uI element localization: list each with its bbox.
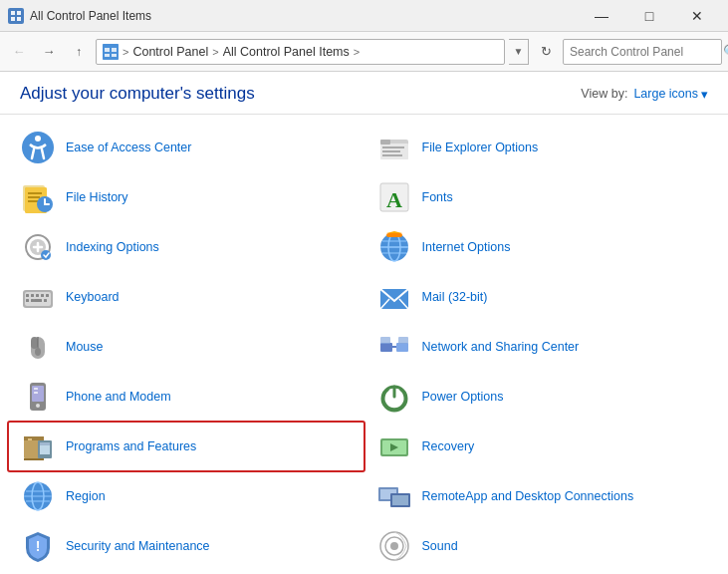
svg-rect-4: [17, 17, 21, 21]
back-button[interactable]: ←: [6, 39, 32, 65]
region-icon: [20, 478, 56, 514]
item-phone-modem[interactable]: Phone and Modem: [8, 372, 364, 422]
content-header: Adjust your computer's settings View by:…: [0, 72, 728, 115]
address-path[interactable]: > Control Panel > All Control Panel Item…: [96, 39, 505, 65]
path-control-panel[interactable]: Control Panel: [132, 45, 208, 59]
item-indexing[interactable]: Indexing Options: [8, 222, 364, 272]
svg-rect-9: [112, 54, 117, 57]
svg-point-11: [35, 136, 41, 142]
item-power[interactable]: Power Options: [364, 372, 721, 422]
network-label: Network and Sharing Center: [422, 340, 580, 354]
path-chevron-2: >: [212, 46, 218, 58]
item-remoteapp[interactable]: RemoteApp and Desktop Connections: [364, 471, 721, 521]
svg-rect-55: [396, 343, 408, 352]
mouse-icon: [20, 329, 56, 365]
svg-rect-15: [382, 150, 400, 152]
item-network[interactable]: Network and Sharing Center: [364, 322, 721, 372]
svg-rect-8: [105, 54, 110, 57]
indexing-label: Indexing Options: [66, 240, 159, 254]
item-security[interactable]: ! Security and Maintenance: [8, 521, 364, 571]
svg-rect-83: [392, 495, 408, 505]
search-box[interactable]: 🔍: [563, 39, 722, 65]
svg-rect-63: [34, 392, 38, 394]
item-mouse[interactable]: Mouse: [8, 322, 364, 372]
phone-modem-label: Phone and Modem: [66, 390, 171, 404]
svg-rect-14: [382, 146, 404, 148]
svg-rect-71: [40, 442, 50, 445]
svg-point-87: [390, 542, 398, 550]
item-fonts[interactable]: A Fonts: [364, 172, 721, 222]
power-label: Power Options: [422, 390, 504, 404]
view-by-dropdown[interactable]: Large icons ▾: [633, 87, 708, 102]
sound-label: Sound: [422, 539, 458, 553]
security-icon: !: [20, 528, 56, 564]
mail-label: Mail (32-bit): [422, 290, 488, 304]
close-button[interactable]: ✕: [674, 1, 720, 31]
search-input[interactable]: [570, 45, 719, 59]
svg-point-61: [36, 404, 40, 408]
svg-rect-45: [34, 299, 42, 302]
ease-of-access-icon: [20, 130, 56, 165]
item-ease-of-access[interactable]: Ease of Access Center: [8, 123, 364, 172]
item-recovery[interactable]: Recovery: [364, 422, 721, 471]
internet-options-label: Internet Options: [422, 240, 511, 254]
ease-of-access-label: Ease of Access Center: [66, 141, 191, 154]
item-region[interactable]: Region: [8, 471, 364, 521]
svg-rect-2: [17, 11, 21, 15]
svg-rect-40: [36, 294, 39, 297]
address-bar: ← → ↑ > Control Panel > All Control Pane…: [0, 32, 728, 72]
svg-rect-43: [26, 299, 29, 302]
svg-rect-41: [41, 294, 44, 297]
item-sound[interactable]: Sound: [364, 521, 721, 571]
app-icon: [8, 8, 24, 24]
recovery-icon: [376, 429, 412, 464]
phone-modem-icon: [20, 379, 56, 415]
svg-text:A: A: [386, 187, 402, 212]
svg-rect-67: [28, 438, 32, 440]
svg-rect-68: [24, 458, 44, 460]
refresh-button[interactable]: ↻: [533, 39, 559, 65]
fonts-icon: A: [376, 179, 412, 215]
items-grid: Ease of Access Center File Explorer Opti…: [8, 123, 720, 571]
item-programs[interactable]: Programs and Features: [8, 422, 364, 471]
up-button[interactable]: ↑: [66, 39, 92, 65]
path-all-items[interactable]: All Control Panel Items: [223, 45, 350, 59]
svg-rect-51: [31, 337, 38, 349]
svg-rect-54: [380, 343, 392, 352]
view-by-label: View by:: [581, 87, 627, 101]
item-mail[interactable]: Mail (32-bit): [364, 272, 721, 322]
item-file-explorer[interactable]: File Explorer Options: [364, 123, 721, 172]
search-icon: 🔍: [723, 44, 728, 59]
programs-icon: [20, 429, 56, 464]
indexing-icon: [20, 229, 56, 265]
items-area[interactable]: Ease of Access Center File Explorer Opti…: [0, 115, 728, 574]
item-keyboard[interactable]: Keyboard: [8, 272, 364, 322]
file-history-icon: [20, 179, 56, 215]
address-dropdown-button[interactable]: ▼: [509, 39, 529, 65]
remoteapp-label: RemoteApp and Desktop Connections: [422, 489, 634, 503]
item-internet-options[interactable]: Internet Options: [364, 222, 721, 272]
svg-rect-22: [28, 196, 40, 198]
svg-rect-58: [398, 337, 408, 344]
path-icon: [103, 44, 119, 60]
forward-button[interactable]: →: [36, 39, 62, 65]
maximize-button[interactable]: □: [626, 1, 672, 31]
remoteapp-icon: [376, 478, 412, 514]
page-title: Adjust your computer's settings: [20, 84, 255, 104]
svg-rect-1: [11, 11, 15, 15]
svg-point-29: [41, 250, 51, 260]
minimize-button[interactable]: —: [579, 1, 624, 31]
recovery-label: Recovery: [422, 439, 475, 453]
region-label: Region: [66, 489, 106, 503]
svg-rect-44: [31, 299, 34, 302]
title-bar: All Control Panel Items — □ ✕: [0, 0, 728, 32]
svg-rect-42: [46, 294, 49, 297]
fonts-label: Fonts: [422, 190, 453, 204]
svg-text:!: !: [36, 538, 41, 554]
item-file-history[interactable]: File History: [8, 172, 364, 222]
svg-rect-46: [44, 299, 47, 302]
internet-options-icon: [376, 229, 412, 265]
view-by: View by: Large icons ▾: [581, 87, 708, 102]
programs-label: Programs and Features: [66, 439, 196, 453]
svg-rect-17: [380, 140, 390, 144]
